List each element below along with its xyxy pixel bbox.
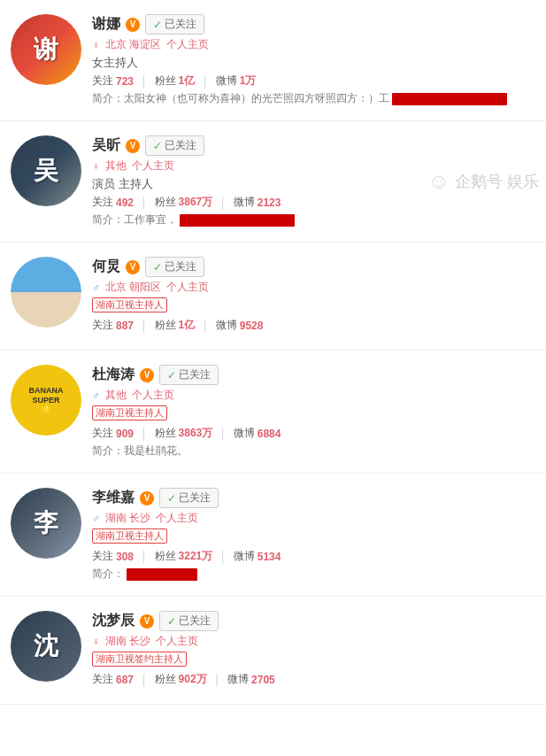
stats-row: 关注 308 │ 粉丝 3221万 │ 微博 5134 [92,549,535,564]
weibo-value: 5134 [258,551,281,563]
follows-value: 723 [116,75,134,88]
follow-button[interactable]: ✓ 已关注 [145,135,204,156]
user-card-du-haitao: BANANA SUPER ⭐ 杜海涛 V ✓ 已关注 ♂ 其他 个人主页 湖南卫… [0,351,546,474]
tag-container: 湖南卫视主持人 [92,528,535,546]
verified-icon: V [140,614,154,629]
location-row: ♂ 北京 朝阳区 个人主页 [92,280,535,295]
bio: 简介： [92,567,535,582]
fans-stat: 粉丝 1亿 [155,73,196,89]
location-text: 湖南 长沙 [105,634,150,649]
gender-icon: ♂ [92,282,100,294]
location-text: 湖南 长沙 [105,511,150,526]
redacted-content [180,214,295,227]
gender-icon: ♂ [92,390,100,402]
follow-button[interactable]: ✓ 已关注 [159,488,219,508]
location-text: 北京 朝阳区 [105,280,161,295]
verified-icon: V [126,18,140,32]
location-row: ♀ 湖南 长沙 个人主页 [92,634,535,649]
stats-row: 关注 887 │ 粉丝 1亿 │ 微博 9528 [92,318,535,333]
follows-stat: 关注 909 [92,426,134,441]
weibo-value: 2705 [251,674,275,686]
fans-value: 1亿 [179,73,196,89]
fans-stat: 粉丝 902万 [155,672,207,687]
location-text: 其他 [105,158,127,174]
name-row: 杜海涛 V ✓ 已关注 [92,365,535,385]
user-name: 李维嘉 [92,489,135,507]
follow-button[interactable]: ✓ 已关注 [159,611,219,631]
location-row: ♂ 湖南 长沙 个人主页 [92,511,535,526]
user-info: 李维嘉 V ✓ 已关注 ♂ 湖南 长沙 个人主页 湖南卫视主持人 关注 308 … [92,488,535,582]
follows-stat: 关注 687 [92,672,134,687]
user-card-xie-na: 谢 谢娜 V ✓ 已关注 ♀ 北京 海淀区 个人主页 女主持人 关注 723 │… [0,0,546,121]
location-text: 其他 [105,388,127,403]
follows-value: 687 [116,674,134,686]
verified-icon: V [140,368,154,382]
fans-stat: 粉丝 3221万 [155,549,213,564]
weibo-value: 2123 [258,197,281,209]
profile-link[interactable]: 个人主页 [132,158,174,174]
watermark: ☺ 企鹅号 娱乐 [427,169,539,194]
name-row: 谢娜 V ✓ 已关注 [92,14,535,35]
follows-value: 887 [116,320,134,332]
gender-icon: ♀ [92,39,100,51]
weibo-stat: 微博 9528 [216,318,264,333]
user-card-he-jiong: 何炅 V ✓ 已关注 ♂ 北京 朝阳区 个人主页 湖南卫视主持人 关注 887 … [0,243,546,351]
user-name: 吴昕 [92,136,120,155]
fans-stat: 粉丝 3863万 [155,426,213,441]
profile-link[interactable]: 个人主页 [132,388,174,403]
user-name: 沈梦辰 [92,612,135,630]
weibo-value: 1万 [240,73,257,89]
weibo-stat: 微博 2705 [227,672,275,687]
user-card-li-weijia: 李 李维嘉 V ✓ 已关注 ♂ 湖南 长沙 个人主页 湖南卫视主持人 关注 30… [0,474,546,597]
stats-row: 关注 492 │ 粉丝 3867万 │ 微博 2123 [92,195,535,210]
fans-stat: 粉丝 1亿 [155,318,196,333]
follow-button[interactable]: ✓ 已关注 [145,257,204,277]
fans-value: 3221万 [179,549,213,564]
fans-stat: 粉丝 3867万 [155,195,213,210]
fans-value: 3863万 [179,426,213,441]
follows-value: 308 [116,551,134,563]
verified-icon: V [126,139,140,153]
user-info: 何炅 V ✓ 已关注 ♂ 北京 朝阳区 个人主页 湖南卫视主持人 关注 887 … [92,257,535,336]
user-info: 谢娜 V ✓ 已关注 ♀ 北京 海淀区 个人主页 女主持人 关注 723 │ 粉… [92,14,535,106]
gender-icon: ♀ [92,160,100,173]
profile-link[interactable]: 个人主页 [166,280,209,295]
user-info: 杜海涛 V ✓ 已关注 ♂ 其他 个人主页 湖南卫视主持人 关注 909 │ 粉… [92,365,535,459]
bio: 简介：我是杜鹃花。 [92,444,535,459]
follow-button[interactable]: ✓ 已关注 [145,14,204,35]
verified-icon: V [140,491,154,505]
name-row: 李维嘉 V ✓ 已关注 [92,488,535,508]
profile-link[interactable]: 个人主页 [156,511,198,526]
tag-container: 湖南卫视主持人 [92,405,535,423]
tag-container: 湖南卫视主持人 [92,297,535,315]
follow-button[interactable]: ✓ 已关注 [159,365,219,385]
avatar: 谢 [11,14,81,85]
user-card-shen-mengchen: 沈 沈梦辰 V ✓ 已关注 ♀ 湖南 长沙 个人主页 湖南卫视签约主持人 关注 … [0,597,546,705]
user-title: 女主持人 [92,55,535,71]
stats-row: 关注 687 │ 粉丝 902万 │ 微博 2705 [92,672,535,687]
fans-value: 902万 [179,672,207,687]
gender-icon: ♂ [92,513,100,525]
weibo-stat: 微博 5134 [234,549,281,564]
follows-stat: 关注 887 [92,318,134,333]
user-name: 杜海涛 [92,366,135,384]
profile-link[interactable]: 个人主页 [156,634,198,649]
avatar [11,257,81,328]
avatar: BANANA SUPER ⭐ [11,365,81,436]
redacted-content [127,568,197,581]
follows-value: 909 [116,428,134,440]
user-info: 沈梦辰 V ✓ 已关注 ♀ 湖南 长沙 个人主页 湖南卫视签约主持人 关注 68… [92,611,535,690]
stats-row: 关注 723 │ 粉丝 1亿 │ 微博 1万 [92,73,535,89]
gender-icon: ♀ [92,636,100,648]
verified-icon: V [126,260,140,274]
weibo-stat: 微博 1万 [216,73,257,89]
weibo-value: 9528 [240,320,264,332]
follows-value: 492 [116,197,134,209]
user-tag: 湖南卫视主持人 [92,405,167,420]
weibo-value: 6884 [258,428,281,440]
follows-stat: 关注 492 [92,195,134,210]
name-row: 吴昕 V ✓ 已关注 [92,135,535,156]
bio: 简介：太阳女神（也可称为喜神）的光芒照四方呀照四方：）工 [92,91,535,106]
follows-stat: 关注 723 [92,73,134,89]
profile-link[interactable]: 个人主页 [166,37,209,52]
